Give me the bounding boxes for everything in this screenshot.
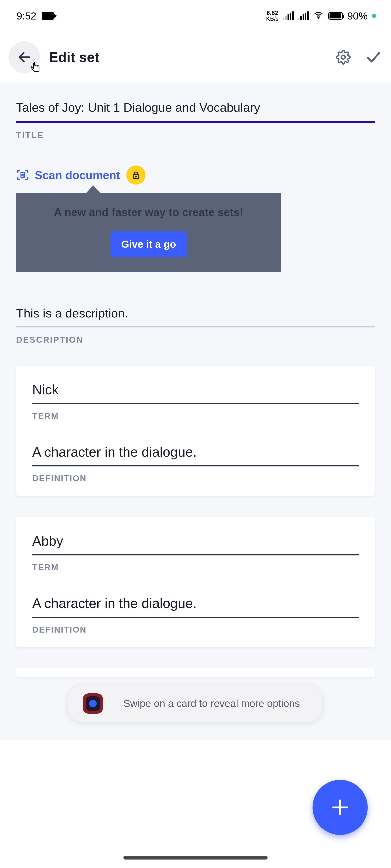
definition-field-label: DEFINITION (32, 625, 359, 634)
toast-text: Swipe on a card to reveal more options (116, 697, 307, 711)
signal-bars-2-icon (298, 11, 309, 20)
battery-icon (328, 12, 343, 20)
confirm-button[interactable] (366, 50, 381, 65)
set-description-input[interactable]: This is a description. (16, 306, 375, 328)
main-content: Tales of Joy: Unit 1 Dialogue and Vocabu… (0, 83, 391, 740)
term-card-peek[interactable] (16, 669, 375, 677)
app-header: Edit set (0, 32, 391, 83)
swipe-hint-toast: Swipe on a card to reveal more options (68, 685, 322, 722)
add-card-fab[interactable] (312, 780, 368, 835)
gear-icon (336, 50, 351, 65)
title-field-label: TITLE (16, 130, 375, 140)
network-rate: 6.82 KB/s (266, 10, 279, 22)
term-input[interactable]: Abby (32, 533, 359, 555)
svg-point-0 (318, 17, 319, 18)
plus-icon (330, 797, 351, 818)
scan-document-icon (16, 168, 29, 182)
cursor-hand-icon (28, 60, 42, 75)
home-indicator[interactable] (123, 856, 268, 860)
svg-point-8 (136, 176, 137, 177)
term-card[interactable]: Abby TERM A character in the dialogue. D… (16, 517, 375, 647)
check-icon (366, 50, 381, 65)
set-title-input[interactable]: Tales of Joy: Unit 1 Dialogue and Vocabu… (16, 100, 375, 123)
scan-document-button[interactable]: Scan document (16, 168, 120, 182)
settings-button[interactable] (336, 50, 351, 65)
page-title: Edit set (49, 49, 321, 65)
term-card[interactable]: Nick TERM A character in the dialogue. D… (16, 366, 375, 496)
signal-bars-1-icon (283, 11, 294, 20)
scan-document-label: Scan document (35, 168, 120, 182)
status-time: 9:52 (17, 10, 36, 22)
definition-field-label: DEFINITION (32, 474, 359, 483)
definition-input[interactable]: A character in the dialogue. (32, 595, 359, 618)
camera-recording-icon (42, 12, 54, 20)
svg-point-2 (341, 55, 345, 59)
promo-tooltip: A new and faster way to create sets! Giv… (16, 193, 281, 272)
term-input[interactable]: Nick (32, 382, 359, 404)
privacy-dot-icon (372, 14, 376, 18)
term-field-label: TERM (32, 411, 359, 421)
back-button[interactable] (8, 41, 40, 73)
lock-icon (131, 170, 141, 180)
battery-percent: 90% (347, 10, 368, 22)
term-field-label: TERM (32, 563, 359, 572)
premium-lock-badge[interactable] (126, 165, 146, 185)
status-bar: 9:52 6.82 KB/s 90% (0, 0, 391, 32)
app-shortcut-icon (83, 693, 103, 714)
definition-input[interactable]: A character in the dialogue. (32, 444, 359, 466)
description-field-label: DESCRIPTION (16, 335, 375, 345)
promo-text: A new and faster way to create sets! (25, 206, 273, 218)
promo-cta-button[interactable]: Give it a go (111, 231, 187, 257)
wifi-icon (313, 10, 324, 22)
